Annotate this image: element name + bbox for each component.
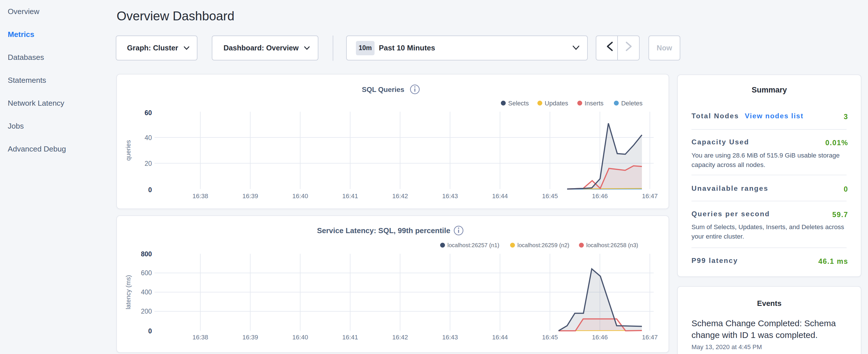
svg-text:16:44: 16:44 [492, 192, 508, 200]
svg-text:Updates: Updates [545, 100, 568, 107]
svg-text:400: 400 [141, 288, 152, 296]
svg-text:16:43: 16:43 [442, 334, 458, 341]
svg-text:16:41: 16:41 [342, 334, 358, 341]
svg-text:20: 20 [145, 160, 152, 167]
svg-text:Deletes: Deletes [621, 100, 643, 107]
svg-text:16:38: 16:38 [192, 192, 208, 200]
svg-text:60: 60 [145, 109, 152, 117]
svg-text:16:38: 16:38 [192, 334, 208, 341]
svg-text:800: 800 [141, 250, 152, 258]
svg-text:600: 600 [141, 269, 152, 277]
svg-text:Inserts: Inserts [585, 100, 603, 107]
svg-text:localhost:26258 (n3): localhost:26258 (n3) [586, 242, 638, 248]
svg-text:16:42: 16:42 [392, 334, 408, 341]
svg-text:16:47: 16:47 [642, 334, 658, 341]
svg-text:16:43: 16:43 [442, 192, 458, 200]
svg-text:200: 200 [141, 308, 152, 315]
svg-text:16:47: 16:47 [642, 192, 658, 200]
svg-text:0: 0 [148, 327, 152, 335]
svg-text:0: 0 [148, 186, 152, 194]
svg-text:16:46: 16:46 [592, 334, 608, 341]
svg-text:16:44: 16:44 [492, 334, 508, 341]
svg-text:16:40: 16:40 [292, 334, 308, 341]
svg-text:Service Latency: SQL, 99th per: Service Latency: SQL, 99th percentile [317, 226, 450, 235]
svg-text:localhost:26259 (n2): localhost:26259 (n2) [518, 242, 569, 248]
svg-text:16:45: 16:45 [542, 192, 558, 200]
svg-text:16:39: 16:39 [242, 334, 258, 341]
svg-text:16:45: 16:45 [542, 334, 558, 341]
svg-text:Selects: Selects [508, 100, 529, 107]
svg-text:16:39: 16:39 [242, 192, 258, 200]
svg-text:SQL Queries: SQL Queries [362, 86, 404, 93]
svg-text:16:42: 16:42 [392, 192, 408, 200]
svg-text:16:41: 16:41 [342, 192, 358, 200]
svg-text:16:46: 16:46 [592, 192, 608, 200]
svg-text:queries: queries [125, 140, 132, 161]
svg-text:16:40: 16:40 [292, 192, 308, 200]
svg-text:latency (ms): latency (ms) [125, 275, 132, 309]
svg-text:localhost:26257 (n1): localhost:26257 (n1) [447, 242, 499, 248]
svg-text:40: 40 [145, 134, 152, 141]
